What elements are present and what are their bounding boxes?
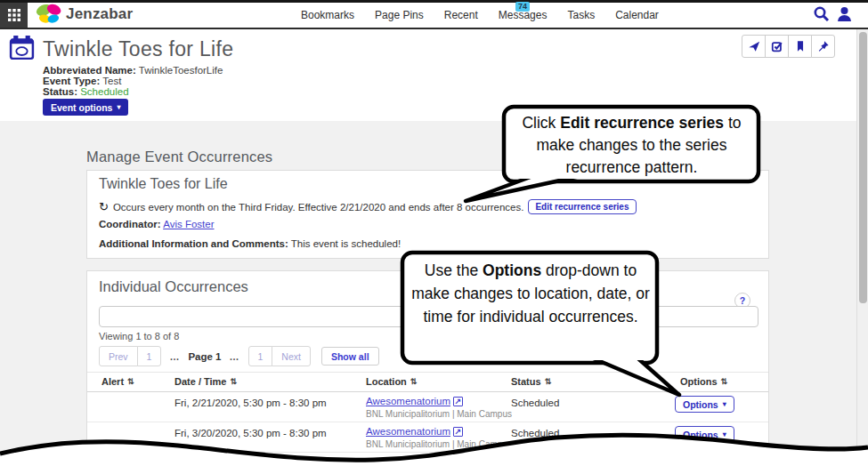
apps-grid-button[interactable] — [0, 3, 28, 28]
caret-down-icon: ▾ — [723, 400, 726, 408]
nav-calendar[interactable]: Calendar — [615, 9, 659, 21]
status-label: Status: — [43, 86, 77, 97]
sort-icon[interactable]: ⇅ — [127, 377, 134, 386]
tasks-checkbox-button[interactable] — [765, 35, 789, 58]
jenzabar-logo[interactable]: Jenzabar — [35, 2, 133, 26]
viewing-count-text: Viewing 1 to 8 of 8 — [99, 331, 179, 341]
comments-value: This event is scheduled! — [291, 238, 401, 249]
comments-label: Additional Information and Comments: — [99, 238, 288, 249]
nav-recent[interactable]: Recent — [444, 9, 478, 21]
recurrence-icon: ↻ — [99, 202, 109, 212]
pagination-ellipsis: … — [230, 351, 240, 362]
series-card-title: Twinkle Toes for Life — [99, 176, 228, 192]
column-header-alert[interactable]: Alert⇅ — [101, 376, 134, 387]
bookmark-page-button[interactable] — [788, 35, 812, 58]
occurrence-date: Fri, 4/17/2020 — [174, 458, 238, 466]
external-link-icon: ↗ — [453, 427, 463, 437]
pagination: Prev 1 … Page 1 … 1 Next Show all — [99, 346, 379, 366]
user-profile-icon[interactable] — [837, 6, 852, 22]
location-sub-text: BNL Municipalitorium | Main Campus — [366, 439, 512, 449]
caret-down-icon: ▾ — [723, 430, 726, 438]
occurrence-status: Scheduled — [511, 398, 559, 408]
scrollbar-thumb[interactable] — [859, 32, 867, 303]
abbrev-name-label: Abbreviated Name: — [43, 65, 136, 76]
table-row: Fri, 2/21/2020, 5:30 pm - 8:30 pm Awesom… — [87, 391, 768, 422]
caret-down-icon: ▾ — [117, 103, 120, 111]
sort-icon[interactable]: ⇅ — [410, 377, 418, 386]
show-all-button[interactable]: Show all — [321, 347, 379, 366]
page-header: Twinkle Toes for Life Abbreviated Name: … — [0, 29, 857, 121]
send-page-button[interactable] — [742, 35, 766, 58]
top-navigation-bar: Jenzabar Bookmarks Page Pins Recent 74 M… — [0, 0, 868, 29]
last-page-button[interactable]: 1 — [248, 346, 273, 366]
row-options-button[interactable]: Options▾ — [675, 426, 734, 443]
current-page-label: Page 1 — [188, 351, 221, 362]
occurrence-table-header: Alert⇅ Date / Time⇅ Location⇅ Status⇅ Op… — [87, 372, 768, 392]
pagination-ellipsis: … — [169, 351, 180, 362]
individual-occurrences-heading: Individual Occurrences — [99, 278, 248, 295]
butterfly-logo-icon — [35, 2, 63, 26]
page-action-buttons — [742, 35, 835, 58]
sort-icon[interactable]: ⇅ — [721, 377, 728, 386]
callout-text-edit-series: Click Edit recurrence series to make cha… — [509, 112, 754, 179]
check-square-icon — [771, 40, 783, 52]
edit-recurrence-series-button[interactable]: Edit recurrence series — [528, 199, 636, 214]
nav-messages[interactable]: 74 Messages — [499, 9, 548, 21]
event-options-button[interactable]: Event options▾ — [43, 99, 128, 116]
event-type-label: Event Type: — [43, 76, 100, 86]
event-type-value: Test — [102, 76, 121, 86]
table-row: Fri, 3/20/2020, 5:30 pm - 8:30 pm Awesom… — [87, 422, 768, 453]
location-link[interactable]: Awesomenatorium — [366, 396, 450, 406]
column-header-date-time[interactable]: Date / Time⇅ — [174, 376, 237, 387]
occurrence-date: Fri, 3/20/2020, 5:30 pm - 8:30 pm — [174, 428, 327, 438]
column-header-options[interactable]: Options⇅ — [680, 376, 727, 387]
status-value: Scheduled — [80, 86, 128, 97]
external-link-icon: ↗ — [453, 457, 463, 466]
nav-bookmarks[interactable]: Bookmarks — [301, 9, 354, 21]
prev-page-button[interactable]: Prev — [99, 346, 138, 366]
external-link-icon: ↗ — [453, 397, 463, 406]
column-header-status[interactable]: Status⇅ — [511, 376, 551, 387]
search-icon[interactable] — [813, 5, 830, 22]
coordinator-label: Coordinator: — [99, 219, 161, 229]
series-summary-card: Twinkle Toes for Life ↻ Occurs every mon… — [86, 170, 769, 259]
occurrence-status: Scheduled — [511, 428, 559, 438]
abbrev-name-value: TwinkleToesforLife — [139, 65, 223, 76]
sort-icon[interactable]: ⇅ — [231, 377, 238, 386]
callout-text-options: Use the Options drop-down to make change… — [408, 259, 653, 328]
sort-icon[interactable]: ⇅ — [545, 377, 552, 386]
nav-page-pins[interactable]: Page Pins — [375, 9, 424, 21]
location-link[interactable]: Awesomenatorium — [366, 456, 450, 466]
recurrence-text: Occurs every month on the Third Friday. … — [113, 202, 524, 213]
manage-occurrences-heading: Manage Event Occurrences — [86, 149, 272, 165]
main-nav: Bookmarks Page Pins Recent 74 Messages T… — [301, 9, 659, 21]
next-page-button[interactable]: Next — [272, 346, 311, 366]
page-1-button[interactable]: 1 — [137, 346, 162, 366]
page-title: Twinkle Toes for Life — [43, 37, 233, 61]
event-calendar-icon — [8, 35, 36, 62]
column-header-location[interactable]: Location⇅ — [366, 376, 417, 387]
pushpin-icon — [817, 40, 830, 52]
app-window: Jenzabar Bookmarks Page Pins Recent 74 M… — [0, 0, 868, 466]
event-meta: Abbreviated Name: TwinkleToesforLife Eve… — [43, 65, 223, 97]
nav-tasks[interactable]: Tasks — [567, 9, 595, 21]
pin-page-button[interactable] — [811, 35, 835, 58]
table-row-partial: Fri, 4/17/2020 Awesomenatorium↗ — [87, 452, 768, 466]
messages-count-badge: 74 — [515, 2, 530, 12]
apps-grid-icon — [8, 9, 20, 21]
paper-plane-icon — [748, 40, 760, 52]
location-link[interactable]: Awesomenatorium — [366, 426, 450, 437]
coordinator-link[interactable]: Avis Foster — [163, 219, 214, 229]
row-options-button[interactable]: Options▾ — [675, 396, 734, 413]
bookmark-icon — [794, 40, 807, 52]
logo-text: Jenzabar — [66, 5, 133, 23]
occurrence-date: Fri, 2/21/2020, 5:30 pm - 8:30 pm — [174, 398, 327, 408]
location-sub-text: BNL Municipalitorium | Main Campus — [366, 409, 512, 419]
